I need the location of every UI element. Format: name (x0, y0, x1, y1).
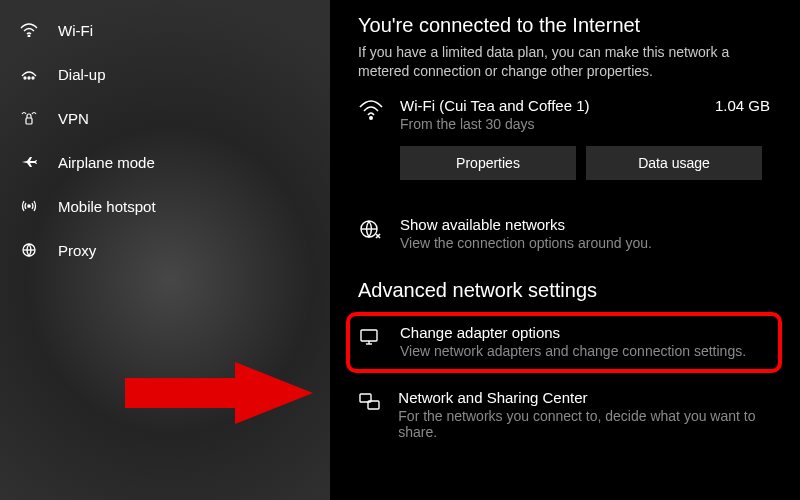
settings-sidebar: Wi-Fi Dial-up VPN Airplane mode (0, 0, 330, 500)
annotation-arrow (125, 358, 315, 428)
properties-button[interactable]: Properties (400, 146, 576, 180)
link-subtitle: View the connection options around you. (400, 235, 652, 251)
sidebar-item-label: Dial-up (58, 66, 106, 83)
status-panel: You're connected to the Internet If you … (330, 0, 800, 500)
sidebar-item-airplane[interactable]: Airplane mode (0, 140, 330, 184)
change-adapter-options-link[interactable]: Change adapter options View network adap… (358, 324, 770, 359)
sidebar-item-hotspot[interactable]: Mobile hotspot (0, 184, 330, 228)
link-subtitle: For the networks you connect to, decide … (398, 408, 774, 440)
svg-point-5 (28, 205, 30, 207)
show-available-networks-link[interactable]: Show available networks View the connect… (358, 206, 774, 263)
sidebar-item-proxy[interactable]: Proxy (0, 228, 330, 272)
dialup-icon (18, 67, 40, 81)
data-usage-button[interactable]: Data usage (586, 146, 762, 180)
sidebar-item-wifi[interactable]: Wi-Fi (0, 8, 330, 52)
sidebar-item-label: VPN (58, 110, 89, 127)
svg-point-1 (24, 77, 26, 79)
svg-rect-10 (361, 330, 377, 341)
adapter-icon (358, 326, 386, 348)
sidebar-item-label: Wi-Fi (58, 22, 93, 39)
link-title: Change adapter options (400, 324, 746, 341)
globe-icon (358, 218, 386, 240)
sharing-center-icon (358, 391, 384, 413)
hotspot-icon (18, 198, 40, 214)
connection-period: From the last 30 days (400, 116, 590, 132)
wifi-signal-icon (358, 99, 386, 121)
svg-point-3 (32, 77, 34, 79)
svg-marker-7 (125, 362, 313, 424)
sidebar-item-vpn[interactable]: VPN (0, 96, 330, 140)
vpn-icon (18, 110, 40, 126)
sidebar-item-label: Proxy (58, 242, 96, 259)
svg-point-8 (370, 117, 372, 119)
link-title: Network and Sharing Center (398, 389, 774, 406)
sidebar-item-label: Mobile hotspot (58, 198, 156, 215)
status-subtitle: If you have a limited data plan, you can… (358, 43, 774, 81)
sidebar-item-dialup[interactable]: Dial-up (0, 52, 330, 96)
wifi-icon (18, 23, 40, 37)
connection-name: Wi-Fi (Cui Tea and Coffee 1) (400, 97, 590, 114)
connection-usage: 1.04 GB (715, 97, 774, 114)
svg-point-2 (28, 77, 30, 79)
advanced-heading: Advanced network settings (358, 279, 774, 302)
svg-rect-4 (26, 118, 32, 124)
proxy-icon (18, 242, 40, 258)
link-title: Show available networks (400, 216, 652, 233)
status-title: You're connected to the Internet (358, 14, 774, 37)
network-sharing-center-link[interactable]: Network and Sharing Center For the netwo… (358, 379, 774, 452)
sidebar-item-label: Airplane mode (58, 154, 155, 171)
annotation-highlight: Change adapter options View network adap… (346, 312, 782, 373)
svg-point-0 (28, 35, 30, 37)
link-subtitle: View network adapters and change connect… (400, 343, 746, 359)
airplane-icon (18, 154, 40, 170)
active-connection-row: Wi-Fi (Cui Tea and Coffee 1) From the la… (358, 97, 774, 132)
